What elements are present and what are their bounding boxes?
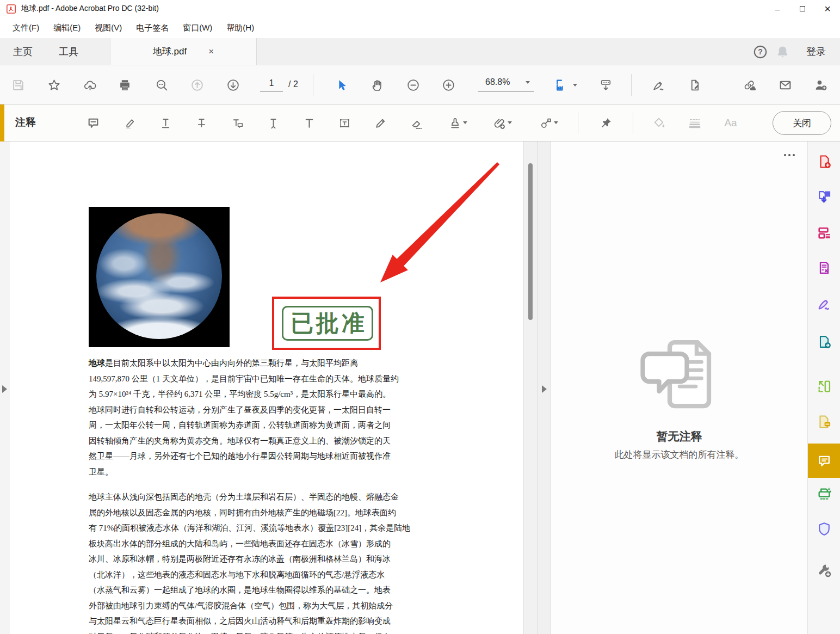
search-button[interactable] [152,75,171,95]
attach-dropdown-icon[interactable] [508,121,512,124]
scan-ocr-icon [817,487,832,502]
scroll-mode-button[interactable] [596,75,615,95]
menu-bar: 文件(F) 编辑(E) 视图(V) 电子签名 窗口(W) 帮助(H) [0,17,840,38]
sign-in-button[interactable]: 登录 [806,45,826,58]
menu-file[interactable]: 文件(F) [5,20,46,36]
help-icon[interactable]: ? [753,45,768,59]
zoom-in-button[interactable] [438,75,458,95]
more-options-icon [793,154,795,156]
save-button[interactable] [8,75,28,95]
minimize-button[interactable]: – [765,0,790,17]
send-for-review-button[interactable] [808,327,840,357]
approved-stamp[interactable]: 已批准 [282,306,373,341]
sign-button[interactable] [648,75,668,95]
add-text-button[interactable] [299,113,319,133]
panel-options-button[interactable] [781,149,798,161]
replace-text-button[interactable] [227,113,247,133]
menu-help[interactable]: 帮助(H) [219,20,261,36]
zoom-level-control[interactable]: 68.8% [478,76,534,92]
vertical-scrollbar[interactable] [523,141,537,634]
line-style-button[interactable] [684,113,704,133]
export-pdf-button[interactable] [808,182,840,212]
tab-home[interactable]: 主页 [0,38,46,65]
select-tool-button[interactable] [331,75,351,95]
fill-color-button[interactable] [649,113,669,133]
notification-bell-icon[interactable] [775,45,790,59]
draw-button[interactable] [370,113,390,133]
expand-panel-icon[interactable] [542,385,547,393]
strikethrough-text-button[interactable] [192,113,211,133]
insert-text-button[interactable] [263,113,283,133]
erase-button[interactable] [406,113,426,133]
hand-tool-button[interactable] [367,75,387,95]
create-pdf-icon [817,154,832,169]
menu-view[interactable]: 视图(V) [88,20,129,36]
pin-tool-button[interactable] [596,113,615,133]
printer-icon [118,78,132,92]
more-tools-button[interactable] [808,555,840,586]
previous-page-button[interactable] [187,75,207,95]
star-button[interactable] [44,75,64,95]
prepare-form-button[interactable] [808,253,840,283]
close-comment-toolbar-button[interactable]: 关闭 [773,111,831,135]
comments-tool-button-active[interactable] [808,444,840,478]
stamp-button[interactable] [445,113,465,133]
print-button[interactable] [115,75,134,95]
add-person-button[interactable] [811,75,830,95]
stamp-selection-rectangle[interactable]: 已批准 [272,297,381,350]
close-button[interactable]: × [815,0,840,17]
request-comments-button[interactable] [808,407,840,437]
fit-dropdown-icon[interactable] [573,84,577,87]
left-nav-strip[interactable] [0,141,10,634]
menu-edit[interactable]: 编辑(E) [46,20,88,36]
title-bar: 地球.pdf - Adobe Acrobat Pro DC (32-bit) –… [0,0,840,17]
shapes-dropdown-icon[interactable] [554,121,558,124]
tab-close-icon[interactable]: × [208,46,214,57]
add-text-icon [302,116,316,130]
crop-pages-button[interactable] [808,371,840,402]
drawing-shapes-button[interactable] [536,113,555,133]
page-edit-icon [688,78,702,92]
cursor-icon [335,78,348,92]
maximize-button[interactable] [790,0,815,17]
expand-nav-pane-icon[interactable] [2,385,7,393]
shapes-icon [539,116,553,130]
panel-divider[interactable] [537,141,551,634]
zoom-in-icon [442,78,455,92]
zoom-out-button[interactable] [403,75,423,95]
protect-button[interactable] [808,514,840,544]
hand-icon [370,78,384,92]
text-style-button[interactable]: Aa [721,113,740,133]
create-pdf-button[interactable] [808,146,840,177]
link-button[interactable] [739,75,759,95]
window-title: 地球.pdf - Adobe Acrobat Pro DC (32-bit) [21,4,159,14]
fill-sign-button[interactable] [808,288,840,319]
tab-document[interactable]: 地球.pdf × [110,38,257,65]
pushpin-icon [599,116,613,130]
pdf-page[interactable]: 已批准 地球是目前太阳系中以太阳为中心由内向外的第三颗行星，与太阳平均距离 14… [10,141,523,634]
scrollbar-thumb[interactable] [528,163,533,320]
next-page-button[interactable] [223,75,243,95]
underline-text-button[interactable] [156,113,175,133]
text-box-button[interactable] [335,113,354,133]
edit-page-button[interactable] [685,75,705,95]
page-number-input[interactable]: 1 [260,78,283,92]
email-button[interactable] [775,75,795,95]
stamp-dropdown-icon[interactable] [463,121,467,124]
save-icon [11,78,25,92]
sticky-note-button[interactable] [83,113,103,133]
svg-text:?: ? [758,47,763,56]
share-cloud-button[interactable] [80,75,100,95]
sign-pen-icon [652,78,665,92]
menu-esign[interactable]: 电子签名 [129,20,176,36]
earth-photo [89,207,230,347]
stamp-icon [448,116,462,130]
close-icon: × [824,3,831,15]
menu-window[interactable]: 窗口(W) [176,20,219,36]
fit-width-button[interactable] [552,75,571,95]
organize-pages-button[interactable] [808,218,840,248]
highlight-button[interactable] [120,113,139,133]
attach-file-button[interactable] [490,113,509,133]
scan-ocr-button[interactable] [808,479,840,509]
tab-tools[interactable]: 工具 [46,38,91,65]
